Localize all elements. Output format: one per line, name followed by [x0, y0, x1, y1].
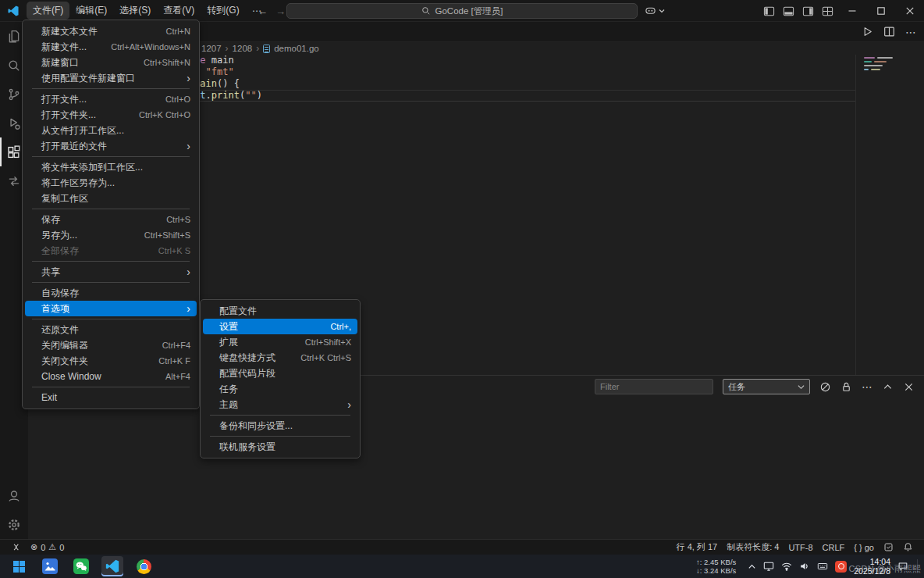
- output-channel-select[interactable]: 任务: [723, 379, 810, 394]
- menu-item[interactable]: 联机服务设置: [203, 439, 357, 455]
- file-menu-list: 新建文本文件Ctrl+N新建文件...Ctrl+Alt+Windows+N新建窗…: [23, 23, 199, 405]
- menu-item[interactable]: 首选项›: [25, 301, 197, 316]
- menu-item[interactable]: 任务: [203, 381, 357, 397]
- menu-item[interactable]: 自动保存: [25, 285, 197, 301]
- volume-icon[interactable]: [799, 561, 810, 572]
- vscode-icon[interactable]: [101, 556, 123, 576]
- chevron-right-icon: ›: [226, 43, 229, 54]
- search-icon: [421, 6, 431, 16]
- notifications-bell-icon[interactable]: [898, 540, 918, 555]
- minimize-button[interactable]: [837, 0, 866, 22]
- menu-item[interactable]: 打开文件夹...Ctrl+K Ctrl+O: [25, 107, 197, 123]
- split-editor-icon[interactable]: [883, 26, 895, 37]
- back-arrow-icon[interactable]: ←: [258, 0, 268, 22]
- more-actions-icon[interactable]: ⋯: [905, 26, 916, 38]
- menu-item[interactable]: 配置代码片段: [203, 366, 357, 381]
- maximize-panel-icon[interactable]: [882, 381, 894, 393]
- menu-item[interactable]: 新建窗口Ctrl+Shift+N: [25, 55, 197, 70]
- eol-status[interactable]: CRLF: [818, 540, 850, 555]
- monitor-icon[interactable]: [763, 561, 774, 572]
- menu-item[interactable]: 主题›: [203, 397, 357, 412]
- menu-item-shortcut: Alt+F4: [165, 372, 190, 381]
- toggle-secondary-sidebar-icon[interactable]: [798, 0, 818, 22]
- submenu-chevron-icon: ›: [187, 73, 190, 84]
- toggle-panel-icon[interactable]: [779, 0, 798, 22]
- problems-status[interactable]: ⊗ 0 ⚠ 0: [26, 540, 69, 555]
- menu-item[interactable]: 还原文件: [25, 322, 197, 337]
- menubar-item[interactable]: 编辑(E): [69, 2, 113, 20]
- menu-item[interactable]: 从文件打开工作区...: [25, 123, 197, 138]
- menu-item[interactable]: 新建文本文件Ctrl+N: [25, 23, 197, 39]
- menu-item[interactable]: 打开最近的文件›: [25, 138, 197, 154]
- remote-window-icon[interactable]: [6, 540, 26, 555]
- titlebar-controls: [759, 0, 924, 22]
- watermark: CSDN @小雨熙熙: [849, 563, 921, 575]
- close-panel-icon[interactable]: [903, 381, 915, 393]
- statusbar-left: ⊗ 0 ⚠ 0: [6, 540, 69, 555]
- lock-scroll-icon[interactable]: [840, 381, 852, 393]
- menu-item[interactable]: 将工作区另存为...: [25, 175, 197, 191]
- menu-item[interactable]: 设置Ctrl+,: [203, 319, 357, 334]
- clear-output-icon[interactable]: [819, 381, 831, 393]
- menubar-item[interactable]: 转到(G): [201, 2, 245, 20]
- menubar-item[interactable]: 选择(S): [113, 2, 157, 20]
- menu-item[interactable]: 保存Ctrl+S: [25, 212, 197, 227]
- menu-item[interactable]: 关闭文件夹Ctrl+K F: [25, 353, 197, 369]
- menu-item[interactable]: 另存为...Ctrl+Shift+S: [25, 227, 197, 243]
- indentation-status[interactable]: 制表符长度: 4: [722, 540, 784, 555]
- forward-arrow-icon[interactable]: →: [275, 0, 286, 22]
- menu-item-shortcut: Ctrl+Alt+Windows+N: [111, 42, 190, 52]
- close-button[interactable]: [895, 0, 924, 22]
- red-app-tray-icon[interactable]: [835, 561, 847, 573]
- network-speed: ↑: 2.45 KB/s ↓: 3.24 KB/s: [696, 558, 736, 575]
- wifi-icon[interactable]: [781, 561, 792, 572]
- customize-layout-icon[interactable]: [818, 0, 837, 22]
- more-actions-icon[interactable]: ⋯: [862, 380, 872, 393]
- download-speed: ↓: 3.24 KB/s: [696, 566, 736, 575]
- menu-item[interactable]: 新建文件...Ctrl+Alt+Windows+N: [25, 39, 197, 55]
- keyboard-icon[interactable]: [817, 561, 828, 572]
- menu-item[interactable]: 使用配置文件新建窗口›: [25, 70, 197, 86]
- wechat-icon[interactable]: [70, 556, 92, 576]
- account-icon[interactable]: [0, 481, 28, 510]
- preferences-menu-list: 配置文件设置Ctrl+,扩展Ctrl+Shift+X键盘快捷方式Ctrl+K C…: [201, 303, 360, 455]
- toggle-primary-sidebar-icon[interactable]: [759, 0, 779, 22]
- menu-item[interactable]: 备份和同步设置...: [203, 418, 357, 434]
- menubar-item[interactable]: 查看(V): [157, 2, 201, 20]
- chrome-icon[interactable]: [133, 556, 155, 576]
- menu-item-label: 首选项: [41, 302, 69, 316]
- extension-status-icon[interactable]: [879, 540, 898, 555]
- menu-item[interactable]: 键盘快捷方式Ctrl+K Ctrl+S: [203, 350, 357, 366]
- menu-item[interactable]: 配置文件: [203, 303, 357, 319]
- menu-item[interactable]: Exit: [25, 390, 197, 405]
- run-icon[interactable]: [862, 26, 873, 37]
- menu-item-label: 打开最近的文件: [41, 140, 107, 153]
- breadcrumb-item[interactable]: 1208: [233, 44, 253, 53]
- menu-item[interactable]: 将文件夹添加到工作区...: [25, 159, 197, 175]
- menu-item-label: 打开文件...: [41, 93, 87, 106]
- menu-item[interactable]: 打开文件...Ctrl+O: [25, 91, 197, 107]
- minimap[interactable]: [855, 55, 924, 375]
- maximize-button[interactable]: [866, 0, 895, 22]
- windows-start-icon[interactable]: [8, 556, 30, 576]
- menu-item[interactable]: Close WindowAlt+F4: [25, 369, 197, 384]
- settings-gear-icon[interactable]: [0, 510, 28, 539]
- encoding-status[interactable]: UTF-8: [784, 540, 817, 555]
- cursor-position[interactable]: 行 4, 列 17: [672, 540, 723, 555]
- menu-separator: [210, 436, 350, 437]
- breadcrumb-item[interactable]: demo01.go: [274, 44, 319, 53]
- language-mode[interactable]: { } go: [849, 540, 879, 555]
- menubar-item[interactable]: 文件(F): [27, 2, 69, 20]
- menu-item[interactable]: 关闭编辑器Ctrl+F4: [25, 337, 197, 353]
- menu-item-label: 共享: [41, 266, 60, 279]
- breadcrumb-item[interactable]: 1207: [201, 44, 222, 53]
- menu-item-label: 保存: [41, 213, 60, 227]
- panel-filter-input[interactable]: [595, 379, 713, 394]
- command-center-search[interactable]: GoCode [管理员]: [286, 3, 638, 19]
- menu-item[interactable]: 复制工作区: [25, 191, 197, 206]
- menu-item[interactable]: 共享›: [25, 264, 197, 280]
- menu-item[interactable]: 扩展Ctrl+Shift+X: [203, 334, 357, 350]
- photos-app-icon[interactable]: [39, 556, 61, 576]
- tray-chevron-icon[interactable]: [748, 562, 756, 571]
- copilot-button[interactable]: [645, 5, 665, 16]
